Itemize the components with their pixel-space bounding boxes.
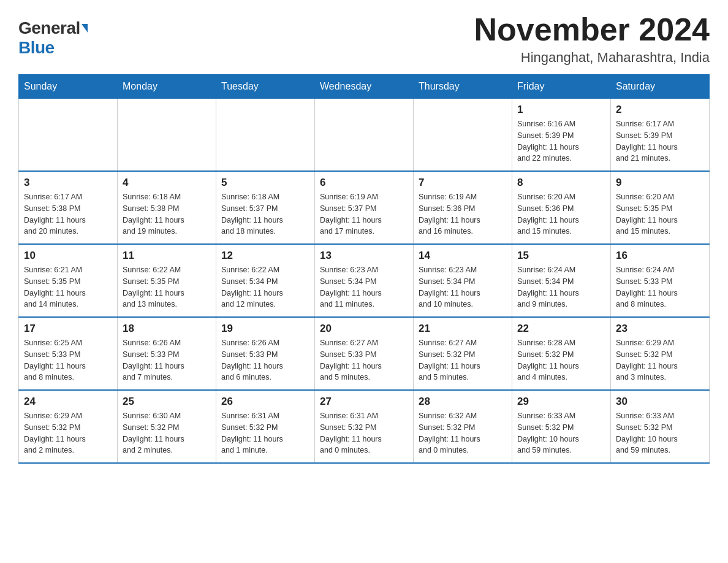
day-info: Sunrise: 6:19 AMSunset: 5:36 PMDaylight:… xyxy=(419,191,507,237)
day-info: Sunrise: 6:23 AMSunset: 5:34 PMDaylight:… xyxy=(419,264,507,310)
calendar-body: 1Sunrise: 6:16 AMSunset: 5:39 PMDaylight… xyxy=(19,99,710,464)
calendar-cell: 17Sunrise: 6:25 AMSunset: 5:33 PMDayligh… xyxy=(19,317,118,390)
day-number: 18 xyxy=(123,323,211,335)
day-info: Sunrise: 6:32 AMSunset: 5:32 PMDaylight:… xyxy=(419,410,507,456)
page-subtitle: Hinganghat, Maharashtra, India xyxy=(474,50,710,66)
day-number: 21 xyxy=(419,323,507,335)
day-info: Sunrise: 6:27 AMSunset: 5:33 PMDaylight:… xyxy=(320,337,408,383)
weekday-header-tuesday: Tuesday xyxy=(216,75,315,99)
logo-triangle-icon xyxy=(82,24,88,33)
day-number: 28 xyxy=(419,396,507,408)
calendar-cell xyxy=(19,99,118,172)
day-info: Sunrise: 6:25 AMSunset: 5:33 PMDaylight:… xyxy=(24,337,112,383)
calendar-cell: 14Sunrise: 6:23 AMSunset: 5:34 PMDayligh… xyxy=(414,244,512,317)
weekday-header-sunday: Sunday xyxy=(19,75,118,99)
weekday-header-thursday: Thursday xyxy=(414,75,512,99)
calendar-cell: 16Sunrise: 6:24 AMSunset: 5:33 PMDayligh… xyxy=(611,244,710,317)
day-info: Sunrise: 6:26 AMSunset: 5:33 PMDaylight:… xyxy=(221,337,309,383)
calendar-cell: 8Sunrise: 6:20 AMSunset: 5:36 PMDaylight… xyxy=(512,171,611,244)
day-info: Sunrise: 6:24 AMSunset: 5:34 PMDaylight:… xyxy=(517,264,605,310)
day-number: 20 xyxy=(320,323,408,335)
calendar-cell: 30Sunrise: 6:33 AMSunset: 5:32 PMDayligh… xyxy=(611,390,710,463)
day-info: Sunrise: 6:18 AMSunset: 5:37 PMDaylight:… xyxy=(221,191,309,237)
day-info: Sunrise: 6:20 AMSunset: 5:35 PMDaylight:… xyxy=(616,191,704,237)
calendar-week-row: 3Sunrise: 6:17 AMSunset: 5:38 PMDaylight… xyxy=(19,171,710,244)
day-number: 30 xyxy=(616,396,704,408)
day-info: Sunrise: 6:27 AMSunset: 5:32 PMDaylight:… xyxy=(419,337,507,383)
calendar-cell: 12Sunrise: 6:22 AMSunset: 5:34 PMDayligh… xyxy=(216,244,315,317)
day-number: 4 xyxy=(123,177,211,189)
day-info: Sunrise: 6:29 AMSunset: 5:32 PMDaylight:… xyxy=(24,410,112,456)
calendar-cell: 18Sunrise: 6:26 AMSunset: 5:33 PMDayligh… xyxy=(118,317,216,390)
day-number: 3 xyxy=(24,177,112,189)
day-info: Sunrise: 6:28 AMSunset: 5:32 PMDaylight:… xyxy=(517,337,605,383)
calendar-cell: 23Sunrise: 6:29 AMSunset: 5:32 PMDayligh… xyxy=(611,317,710,390)
day-info: Sunrise: 6:21 AMSunset: 5:35 PMDaylight:… xyxy=(24,264,112,310)
day-number: 19 xyxy=(221,323,309,335)
calendar-cell: 10Sunrise: 6:21 AMSunset: 5:35 PMDayligh… xyxy=(19,244,118,317)
day-info: Sunrise: 6:17 AMSunset: 5:39 PMDaylight:… xyxy=(616,118,704,164)
calendar-cell xyxy=(216,99,315,172)
calendar-cell: 1Sunrise: 6:16 AMSunset: 5:39 PMDaylight… xyxy=(512,99,611,172)
day-info: Sunrise: 6:30 AMSunset: 5:32 PMDaylight:… xyxy=(123,410,211,456)
weekday-header-friday: Friday xyxy=(512,75,611,99)
page-title: November 2024 xyxy=(474,12,710,47)
calendar-week-row: 10Sunrise: 6:21 AMSunset: 5:35 PMDayligh… xyxy=(19,244,710,317)
calendar-cell: 28Sunrise: 6:32 AMSunset: 5:32 PMDayligh… xyxy=(414,390,512,463)
day-number: 10 xyxy=(24,250,112,262)
day-number: 23 xyxy=(616,323,704,335)
day-number: 14 xyxy=(419,250,507,262)
day-info: Sunrise: 6:31 AMSunset: 5:32 PMDaylight:… xyxy=(320,410,408,456)
day-number: 1 xyxy=(517,104,605,116)
day-number: 13 xyxy=(320,250,408,262)
day-info: Sunrise: 6:24 AMSunset: 5:33 PMDaylight:… xyxy=(616,264,704,310)
day-info: Sunrise: 6:18 AMSunset: 5:38 PMDaylight:… xyxy=(123,191,211,237)
day-number: 5 xyxy=(221,177,309,189)
day-info: Sunrise: 6:26 AMSunset: 5:33 PMDaylight:… xyxy=(123,337,211,383)
day-info: Sunrise: 6:17 AMSunset: 5:38 PMDaylight:… xyxy=(24,191,112,237)
logo: General Blue xyxy=(18,18,88,58)
calendar-cell: 15Sunrise: 6:24 AMSunset: 5:34 PMDayligh… xyxy=(512,244,611,317)
logo-general: General xyxy=(18,18,80,38)
day-number: 6 xyxy=(320,177,408,189)
day-number: 12 xyxy=(221,250,309,262)
calendar-cell: 2Sunrise: 6:17 AMSunset: 5:39 PMDaylight… xyxy=(611,99,710,172)
calendar-cell xyxy=(315,99,414,172)
calendar-cell: 21Sunrise: 6:27 AMSunset: 5:32 PMDayligh… xyxy=(414,317,512,390)
day-number: 22 xyxy=(517,323,605,335)
calendar-header: SundayMondayTuesdayWednesdayThursdayFrid… xyxy=(19,75,710,99)
calendar-week-row: 17Sunrise: 6:25 AMSunset: 5:33 PMDayligh… xyxy=(19,317,710,390)
calendar-cell xyxy=(118,99,216,172)
title-section: November 2024 Hinganghat, Maharashtra, I… xyxy=(474,12,710,66)
day-info: Sunrise: 6:22 AMSunset: 5:34 PMDaylight:… xyxy=(221,264,309,310)
day-number: 15 xyxy=(517,250,605,262)
calendar-cell: 19Sunrise: 6:26 AMSunset: 5:33 PMDayligh… xyxy=(216,317,315,390)
day-number: 25 xyxy=(123,396,211,408)
day-number: 9 xyxy=(616,177,704,189)
calendar-cell: 22Sunrise: 6:28 AMSunset: 5:32 PMDayligh… xyxy=(512,317,611,390)
calendar-cell: 24Sunrise: 6:29 AMSunset: 5:32 PMDayligh… xyxy=(19,390,118,463)
day-number: 7 xyxy=(419,177,507,189)
weekday-header-row: SundayMondayTuesdayWednesdayThursdayFrid… xyxy=(19,75,710,99)
day-number: 26 xyxy=(221,396,309,408)
calendar-week-row: 24Sunrise: 6:29 AMSunset: 5:32 PMDayligh… xyxy=(19,390,710,463)
page-header: General Blue November 2024 Hinganghat, M… xyxy=(18,12,710,66)
day-number: 27 xyxy=(320,396,408,408)
day-number: 8 xyxy=(517,177,605,189)
day-info: Sunrise: 6:23 AMSunset: 5:34 PMDaylight:… xyxy=(320,264,408,310)
day-number: 11 xyxy=(123,250,211,262)
calendar-cell: 27Sunrise: 6:31 AMSunset: 5:32 PMDayligh… xyxy=(315,390,414,463)
calendar-cell: 4Sunrise: 6:18 AMSunset: 5:38 PMDaylight… xyxy=(118,171,216,244)
day-info: Sunrise: 6:33 AMSunset: 5:32 PMDaylight:… xyxy=(616,410,704,456)
weekday-header-saturday: Saturday xyxy=(611,75,710,99)
weekday-header-monday: Monday xyxy=(118,75,216,99)
calendar-table: SundayMondayTuesdayWednesdayThursdayFrid… xyxy=(18,74,710,464)
logo-blue: Blue xyxy=(18,38,55,57)
calendar-cell: 20Sunrise: 6:27 AMSunset: 5:33 PMDayligh… xyxy=(315,317,414,390)
weekday-header-wednesday: Wednesday xyxy=(315,75,414,99)
day-number: 2 xyxy=(616,104,704,116)
calendar-cell: 26Sunrise: 6:31 AMSunset: 5:32 PMDayligh… xyxy=(216,390,315,463)
day-info: Sunrise: 6:22 AMSunset: 5:35 PMDaylight:… xyxy=(123,264,211,310)
day-number: 16 xyxy=(616,250,704,262)
calendar-cell: 9Sunrise: 6:20 AMSunset: 5:35 PMDaylight… xyxy=(611,171,710,244)
